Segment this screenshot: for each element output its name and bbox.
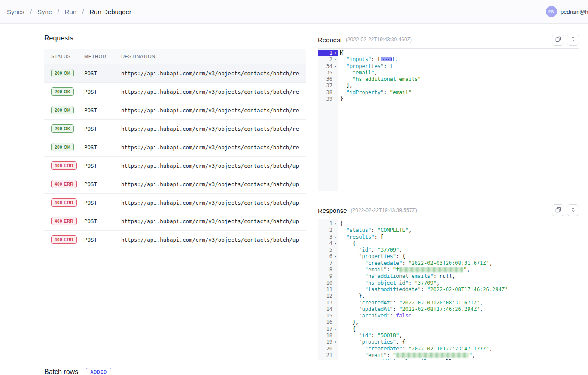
request-timestamp: (2022-02-22T19:43:39.460Z)	[346, 37, 412, 43]
code-text: },	[338, 293, 579, 299]
code-token: ,	[489, 260, 492, 266]
code-token: :	[433, 359, 439, 360]
chevron-down-icon[interactable]: ▾	[333, 253, 338, 260]
breadcrumb-item-run[interactable]: Run	[65, 8, 77, 15]
code-token: "email"	[353, 70, 375, 76]
gutter: 4▾	[318, 240, 338, 247]
code-token: }	[340, 96, 343, 102]
code-text: "updatedAt": "2022-02-08T17:46:26.294Z",	[338, 306, 579, 313]
request-row[interactable]: 400 ERRPOSThttps://api.hubapi.com/crm/v3…	[44, 157, 306, 175]
code-line: 18 "id": "50018",	[318, 332, 579, 339]
line-number: 5	[329, 247, 333, 253]
code-token: "email"	[390, 89, 412, 95]
code-token	[340, 352, 365, 358]
code-token: "50018"	[378, 332, 399, 338]
code-line: 10 "hs_object_id": "37709",	[318, 280, 579, 286]
code-token	[340, 339, 359, 345]
destination-cell: https://api.hubapi.com/crm/v3/objects/co…	[121, 218, 306, 224]
breadcrumb-item-sync[interactable]: Sync	[37, 8, 52, 15]
destination-cell: https://api.hubapi.com/crm/v3/objects/co…	[121, 200, 306, 206]
code-text: "results": [	[338, 234, 579, 240]
code-text: {	[338, 221, 579, 227]
code-token: :	[387, 267, 393, 273]
batch-status-badge: ADDED	[86, 368, 111, 375]
expand-collapse-button[interactable]	[567, 204, 579, 216]
chevron-down-icon[interactable]: ▾	[333, 326, 338, 332]
chevron-down-icon[interactable]: ▾	[333, 240, 338, 247]
request-row[interactable]: 400 ERRPOSThttps://api.hubapi.com/crm/v3…	[44, 175, 306, 194]
method-cell: POST	[84, 200, 121, 206]
code-line: 4▾ {	[318, 240, 579, 247]
code-text: "hs_object_id": "37709",	[338, 280, 579, 286]
request-row[interactable]: 200 OKPOSThttps://api.hubapi.com/crm/v3/…	[44, 83, 306, 101]
code-token: },	[340, 293, 365, 299]
code-token: ,	[436, 280, 439, 286]
line-number: 14	[326, 306, 333, 313]
code-token: "properties"	[359, 339, 396, 345]
chevron-down-icon[interactable]: ▾	[333, 63, 338, 70]
status-cell: 200 OK	[44, 124, 84, 133]
chevron-down-icon[interactable]: ▾	[333, 50, 338, 56]
line-number: 34	[326, 63, 333, 70]
code-line: 13 "createdAt": "2022-02-03T20:08:31.671…	[318, 300, 579, 306]
code-token: "2022-02-08T17:46:26.294Z"	[427, 286, 508, 292]
request-editor[interactable]: 1▾{2▸ "inputs": [],34▾ "properties": [35…	[318, 48, 579, 191]
request-row[interactable]: 200 OKPOSThttps://api.hubapi.com/crm/v3/…	[44, 101, 306, 120]
request-row[interactable]: 200 OKPOSThttps://api.hubapi.com/crm/v3/…	[44, 138, 306, 157]
gutter: 35	[318, 70, 338, 76]
code-line: 16 },	[318, 319, 579, 326]
line-number: 37	[326, 83, 333, 89]
line-number: 35	[326, 70, 333, 76]
status-cell: 200 OK	[44, 87, 84, 96]
request-row[interactable]: 400 ERRPOSThttps://api.hubapi.com/crm/v3…	[44, 212, 306, 231]
breadcrumb-item-run-debugger: Run Debugger	[89, 8, 131, 15]
method-cell: POST	[84, 218, 121, 224]
code-token: "	[463, 267, 466, 273]
user-menu[interactable]: PN pedram@hig	[546, 6, 588, 17]
code-token: "2022-02-03T20:08:31.671Z"	[399, 300, 480, 306]
copy-button[interactable]	[552, 204, 564, 216]
code-text: {	[338, 240, 579, 247]
code-token: : [	[374, 234, 384, 240]
response-editor[interactable]: 1▾{2 "status": "COMPLETE",3▾ "results": …	[318, 219, 579, 360]
method-cell: POST	[84, 181, 121, 188]
request-row[interactable]: 400 ERRPOSThttps://api.hubapi.com/crm/v3…	[44, 231, 306, 249]
breadcrumb-separator: /	[30, 8, 32, 15]
code-text: "inputs": [],	[338, 56, 579, 63]
code-text: "id": "50018",	[338, 332, 579, 339]
request-row[interactable]: 400 ERRPOSThttps://api.hubapi.com/crm/v3…	[44, 194, 306, 212]
breadcrumb-item-syncs[interactable]: Syncs	[7, 8, 24, 15]
chevron-down-icon[interactable]: ▾	[333, 221, 338, 227]
code-text: },	[338, 319, 579, 326]
code-text: "properties": {	[338, 253, 579, 260]
code-token: :	[393, 300, 399, 306]
copy-icon	[555, 36, 561, 43]
request-panel-actions	[552, 34, 579, 46]
chevron-down-icon[interactable]: ▾	[333, 234, 338, 240]
code-line: 36 "hs_additional_emails"	[318, 76, 579, 83]
chevron-right-icon[interactable]: ▸	[333, 56, 338, 63]
code-line: 5 "id": "37709",	[318, 247, 579, 253]
gutter: 6▾	[318, 253, 338, 260]
gutter: 21	[318, 352, 338, 359]
line-number: 12	[326, 293, 333, 299]
code-line: 15 "archived": false	[318, 313, 579, 319]
collapsed-code-widget[interactable]	[381, 57, 392, 61]
chevron-down-icon[interactable]: ▾	[333, 339, 338, 345]
expand-collapse-button[interactable]	[567, 34, 579, 46]
gutter: 16	[318, 319, 338, 326]
code-text: "archived": false	[338, 313, 579, 319]
request-row[interactable]: 200 OKPOSThttps://api.hubapi.com/crm/v3/…	[44, 64, 306, 83]
request-row[interactable]: 200 OKPOSThttps://api.hubapi.com/crm/v3/…	[44, 120, 306, 138]
code-token: :	[384, 89, 390, 95]
code-token: ],	[340, 83, 353, 89]
code-token	[340, 56, 346, 62]
copy-button[interactable]	[552, 34, 564, 46]
gutter: 1▾	[318, 50, 338, 56]
code-text: }	[338, 96, 579, 102]
method-cell: POST	[84, 107, 121, 114]
destination-cell: https://api.hubapi.com/crm/v3/objects/co…	[121, 181, 306, 188]
code-token	[340, 267, 365, 273]
request-panel: Request (2022-02-22T19:43:39.460Z) 1▾{2▸…	[318, 34, 579, 191]
code-token	[340, 260, 365, 266]
